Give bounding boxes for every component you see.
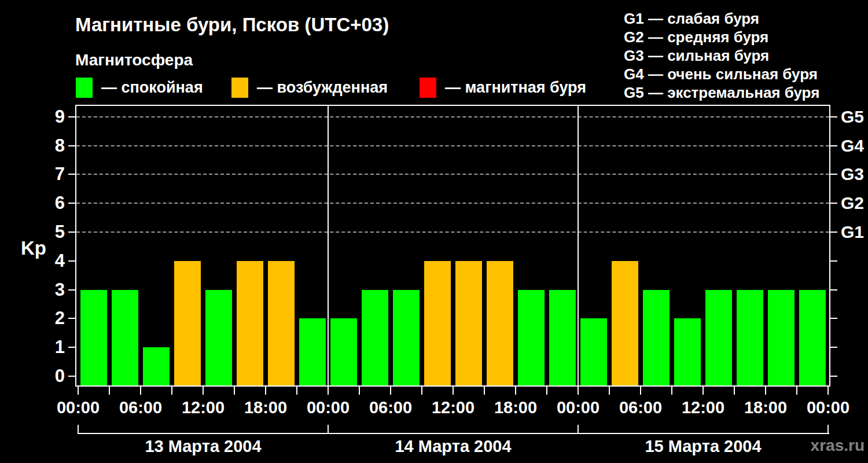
right-tick — [830, 260, 837, 262]
x-tick-label: 00:00 — [297, 398, 359, 417]
y-tick — [68, 260, 75, 262]
grid-line-kp5 — [76, 232, 829, 233]
x-tick-label: 00:00 — [547, 398, 609, 417]
y-tick — [68, 232, 75, 233]
kp-bar — [580, 318, 607, 385]
y-tick-label: 1 — [30, 337, 65, 357]
x-tick — [265, 387, 266, 395]
grid-line-kp8 — [76, 145, 829, 146]
x-tick — [640, 387, 641, 395]
x-tick-label: 06:00 — [109, 398, 172, 417]
grid-line-kp6 — [76, 203, 829, 204]
g-axis-label: G1 — [841, 222, 864, 242]
x-tick — [671, 387, 672, 395]
kp-bar — [799, 290, 826, 385]
x-tick — [609, 387, 610, 395]
right-tick — [830, 174, 837, 175]
x-tick — [578, 387, 579, 395]
date-label: 15 Марта 2004 — [605, 436, 801, 456]
grid-line-kp9 — [76, 116, 829, 117]
kp-bar — [362, 290, 388, 385]
right-tick — [830, 232, 837, 233]
kp-bar — [705, 290, 732, 385]
y-tick-label: 0 — [30, 366, 65, 386]
legend-label-storm: — магнитная буря — [445, 79, 586, 97]
x-tick — [827, 387, 829, 395]
watermark: xras.ru — [804, 436, 865, 455]
right-tick — [830, 289, 837, 291]
kp-bar — [455, 261, 482, 385]
x-tick-label: 12:00 — [672, 398, 734, 417]
right-tick — [830, 145, 837, 146]
y-tick-label: 6 — [30, 193, 65, 213]
y-tick-label: 8 — [30, 136, 65, 156]
kp-bar — [737, 290, 763, 385]
bracket-tick — [328, 425, 329, 434]
y-tick-label: 2 — [30, 308, 65, 328]
right-tick — [830, 318, 837, 319]
right-tick — [830, 347, 837, 348]
kp-bar — [268, 261, 295, 385]
quiet-color-swatch-icon — [76, 78, 93, 98]
kp-bar — [330, 318, 357, 385]
y-tick-label: 3 — [30, 280, 65, 300]
legend-item-storm: — магнитная буря — [420, 77, 586, 98]
g2-legend-line: G2 — средняя буря — [624, 28, 819, 46]
bracket-tick — [578, 425, 579, 434]
x-tick — [796, 387, 797, 395]
magnetosphere-label: Магнитосфера — [75, 51, 193, 69]
kp-bar — [143, 347, 170, 385]
bracket-tick — [827, 425, 829, 434]
x-tick — [140, 387, 141, 395]
g-scale-legend: G1 — слабая буря G2 — средняя буря G3 — … — [624, 9, 819, 102]
x-tick-label: 18:00 — [484, 398, 547, 417]
kp-bar — [674, 318, 701, 385]
x-tick — [484, 387, 485, 395]
kp-bar — [80, 290, 107, 385]
kp-bar — [299, 318, 326, 385]
x-tick-label: 12:00 — [172, 398, 234, 417]
kp-bar — [643, 290, 670, 385]
x-tick — [765, 387, 766, 395]
kp-bar — [112, 290, 138, 385]
x-tick — [421, 387, 422, 395]
page-title: Магнитные бури, Псков (UTC+03) — [75, 14, 389, 36]
right-tick — [830, 203, 837, 204]
magnetic-storms-chart: Магнитные бури, Псков (UTC+03) Магнитосф… — [0, 0, 868, 463]
y-tick — [68, 145, 75, 146]
x-tick — [734, 387, 735, 395]
y-tick-label: 9 — [30, 107, 65, 127]
kp-bar — [768, 290, 795, 385]
x-tick — [359, 387, 360, 395]
g-axis-label: G4 — [841, 136, 864, 156]
kp-bar — [612, 261, 638, 385]
x-tick-label: 18:00 — [234, 398, 297, 417]
x-tick — [390, 387, 391, 395]
kp-bar — [487, 261, 513, 385]
x-tick — [234, 387, 235, 395]
right-tick — [830, 376, 837, 377]
x-tick — [515, 387, 516, 395]
x-tick-label: 12:00 — [422, 398, 484, 417]
y-tick — [68, 116, 75, 117]
date-label: 14 Марта 2004 — [355, 436, 551, 456]
legend-item-quiet: — спокойная — [76, 77, 203, 98]
kp-bar — [174, 261, 201, 385]
date-bracket — [78, 433, 829, 434]
x-tick — [703, 387, 704, 395]
g-axis-label: G5 — [841, 107, 864, 127]
x-tick — [78, 387, 79, 395]
date-label: 13 Марта 2004 — [105, 436, 301, 456]
y-tick — [68, 376, 75, 377]
kp-bar — [549, 290, 576, 385]
excited-color-swatch-icon — [231, 78, 248, 98]
kp-bar — [518, 290, 545, 385]
g1-legend-line: G1 — слабая буря — [624, 9, 819, 28]
day-separator — [328, 106, 329, 385]
x-tick — [328, 387, 329, 395]
legend-label-excited: — возбужденная — [257, 79, 388, 97]
x-tick-label: 00:00 — [797, 398, 859, 417]
kp-bar — [393, 290, 420, 385]
kp-bar — [205, 290, 232, 385]
legend-item-excited: — возбужденная — [231, 77, 388, 98]
